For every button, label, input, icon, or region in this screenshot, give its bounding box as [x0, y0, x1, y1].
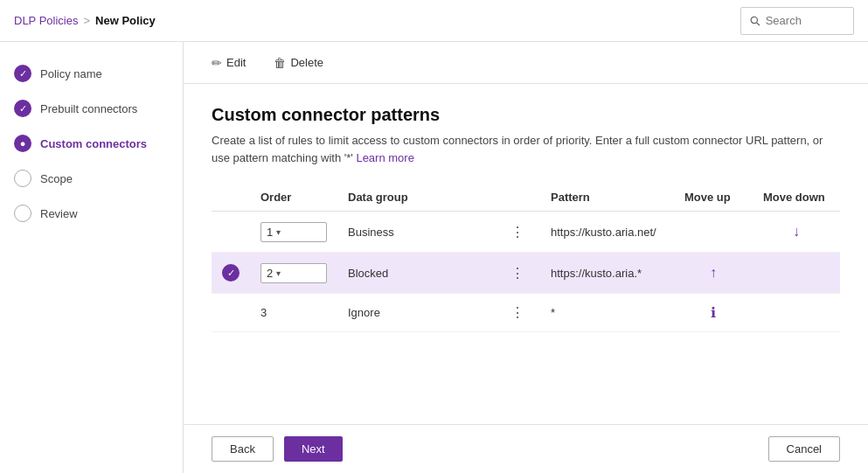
row3-movedown-col [753, 294, 840, 332]
page-description-text: Create a list of rules to limit access t… [212, 134, 823, 164]
step-icon-custom-connectors: ● [14, 135, 31, 152]
sidebar-item-scope[interactable]: Scope [0, 161, 183, 196]
row1-order-select[interactable]: 1 ▾ [260, 222, 327, 242]
table-row: 1 ▾ Business ⋮ https://kusto.aria.net/ ↓ [212, 212, 840, 253]
sidebar-item-policy-name[interactable]: ✓ Policy name [0, 56, 183, 91]
main-layout: ✓ Policy name ✓ Prebuilt connectors ● Cu… [0, 42, 868, 473]
row2-more-button[interactable]: ⋮ [505, 263, 530, 283]
row2-move-up-button[interactable]: ↑ [706, 261, 720, 284]
sidebar-item-prebuilt-connectors[interactable]: ✓ Prebuilt connectors [0, 91, 183, 126]
row1-order-col: 1 ▾ [250, 212, 337, 253]
learn-more-link[interactable]: Learn more [356, 151, 413, 164]
col-header-move-up: Move up [674, 184, 753, 212]
step-icon-scope [14, 170, 31, 187]
col-header-check [212, 184, 250, 212]
row3-datagroup: Ignore [337, 294, 495, 332]
col-header-pattern: Pattern [540, 184, 674, 212]
top-bar: DLP Policies > New Policy [0, 0, 868, 42]
edit-button[interactable]: ✏ Edit [205, 52, 253, 73]
step-icon-policy-name: ✓ [14, 65, 31, 82]
next-button[interactable]: Next [284, 436, 343, 462]
cancel-button[interactable]: Cancel [768, 436, 840, 462]
sidebar: ✓ Policy name ✓ Prebuilt connectors ● Cu… [0, 42, 184, 473]
row1-order-value: 1 [267, 226, 273, 239]
row2-more-col: ⋮ [495, 253, 540, 294]
row3-info-icon: ℹ [711, 305, 716, 320]
breadcrumb: DLP Policies > New Policy [14, 14, 156, 27]
row2-order-col: 2 ▾ [250, 253, 337, 294]
footer-left: Back Next [212, 436, 343, 462]
sidebar-label-custom-connectors: Custom connectors [40, 137, 147, 150]
row2-movedown-col [753, 253, 840, 294]
col-header-move-down: Move down [753, 184, 840, 212]
row3-moveup-col: ℹ [674, 294, 753, 332]
page-description: Create a list of rules to limit access t… [212, 132, 840, 166]
row1-move-down-button[interactable]: ↓ [789, 220, 803, 243]
row2-datagroup: Blocked [337, 253, 495, 294]
search-icon [750, 15, 760, 27]
breadcrumb-link[interactable]: DLP Policies [14, 14, 78, 27]
sidebar-item-custom-connectors[interactable]: ● Custom connectors [0, 126, 183, 161]
delete-label: Delete [290, 56, 323, 69]
breadcrumb-current: New Policy [95, 14, 156, 27]
row3-more-col: ⋮ [495, 294, 540, 332]
col-header-more [495, 184, 540, 212]
row2-order-select[interactable]: 2 ▾ [260, 263, 327, 283]
col-header-data-group: Data group [337, 184, 495, 212]
sidebar-label-policy-name: Policy name [40, 67, 102, 80]
page-title: Custom connector patterns [212, 105, 840, 125]
row1-moveup-col [674, 212, 753, 253]
content-area: ✏ Edit 🗑 Delete Custom connector pattern… [184, 42, 868, 473]
search-box[interactable] [740, 7, 854, 35]
row3-check-col [212, 294, 250, 332]
back-button[interactable]: Back [212, 436, 274, 462]
step-icon-review [14, 205, 31, 222]
search-input[interactable] [766, 14, 844, 27]
row2-pattern: https://kusto.aria.* [540, 253, 674, 294]
row2-check-col: ✓ [212, 253, 250, 294]
delete-button[interactable]: 🗑 Delete [267, 52, 330, 73]
row1-check-col [212, 212, 250, 253]
row1-datagroup: Business [337, 212, 495, 253]
footer: Back Next Cancel [184, 424, 868, 473]
page-content: Custom connector patterns Create a list … [184, 84, 868, 424]
sidebar-label-review: Review [40, 207, 78, 220]
patterns-table: Order Data group Pattern Move up Move do… [212, 184, 840, 332]
step-icon-prebuilt-connectors: ✓ [14, 100, 31, 117]
row2-moveup-col: ↑ [674, 253, 753, 294]
delete-icon: 🗑 [274, 56, 286, 70]
row2-check-icon: ✓ [222, 264, 240, 282]
sidebar-label-prebuilt-connectors: Prebuilt connectors [40, 102, 137, 115]
row3-order-value: 3 [260, 306, 267, 319]
sidebar-item-review[interactable]: Review [0, 196, 183, 231]
row3-pattern: * [540, 294, 674, 332]
row1-more-button[interactable]: ⋮ [505, 222, 530, 242]
edit-icon: ✏ [212, 56, 222, 70]
toolbar: ✏ Edit 🗑 Delete [184, 42, 868, 84]
row1-chevron-icon: ▾ [276, 227, 281, 237]
col-header-order: Order [250, 184, 337, 212]
svg-line-1 [757, 22, 760, 24]
row3-order-col: 3 [250, 294, 337, 332]
row1-pattern: https://kusto.aria.net/ [540, 212, 674, 253]
row2-order-value: 2 [267, 267, 273, 280]
table-row: ✓ 2 ▾ Blocked ⋮ https://kusto.aria. [212, 253, 840, 294]
edit-label: Edit [226, 56, 246, 69]
row3-more-button[interactable]: ⋮ [505, 303, 530, 323]
breadcrumb-separator: > [83, 14, 90, 27]
row1-movedown-col: ↓ [753, 212, 840, 253]
row2-chevron-icon: ▾ [276, 268, 281, 278]
table-row: 3 Ignore ⋮ * ℹ [212, 294, 840, 332]
row1-more-col: ⋮ [495, 212, 540, 253]
sidebar-label-scope: Scope [40, 172, 73, 185]
